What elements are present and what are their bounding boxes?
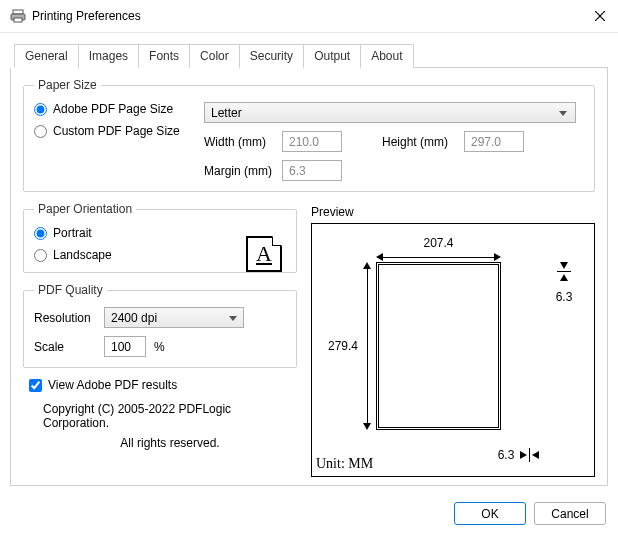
orientation-icon: A [246,236,282,272]
copyright-line2: All rights reserved. [43,436,297,450]
scale-field[interactable]: 100 [104,336,146,357]
preview-margin-bottom: 6.3 [476,444,566,466]
preview-page [376,262,501,430]
tab-pane-general: Paper Size Adobe PDF Page Size Custom PD… [10,68,608,486]
tab-bar: General Images Fonts Color Security Outp… [14,43,608,68]
dialog-buttons: OK Cancel [0,492,618,537]
margin-field[interactable]: 6.3 [282,160,342,181]
svg-rect-0 [13,10,23,14]
paper-size-legend: Paper Size [34,78,101,92]
height-label: Height (mm) [382,135,464,149]
radio-adobe-input[interactable] [34,103,47,116]
margin-label: Margin (mm) [204,164,282,178]
preview-width-dim: 207.4 [376,240,501,258]
preview-margin-right: 6.3 [544,262,584,317]
tab-color[interactable]: Color [189,44,240,68]
radio-custom-label: Custom PDF Page Size [53,124,180,138]
preview-height-dim: 279.4 [340,262,372,430]
tab-general[interactable]: General [14,44,79,68]
printer-icon [10,8,26,24]
preview-box: 207.4 279.4 6.3 6.3 [311,223,595,477]
preview-label: Preview [311,205,595,219]
view-results-checkbox[interactable]: View Adobe PDF results [29,378,297,392]
tab-output[interactable]: Output [303,44,361,68]
cancel-button[interactable]: Cancel [534,502,606,525]
resolution-label: Resolution [34,311,104,325]
quality-group: PDF Quality Resolution 2400 dpi Scale 10… [23,283,297,368]
paper-size-group: Paper Size Adobe PDF Page Size Custom PD… [23,78,595,192]
scale-label: Scale [34,340,104,354]
radio-adobe-page-size[interactable]: Adobe PDF Page Size [34,102,204,116]
height-field[interactable]: 297.0 [464,131,524,152]
tab-security[interactable]: Security [239,44,304,68]
view-results-input[interactable] [29,379,42,392]
resolution-value: 2400 dpi [111,311,157,325]
resolution-select[interactable]: 2400 dpi [104,307,244,328]
window-title: Printing Preferences [32,9,592,23]
close-icon[interactable] [592,8,608,24]
orientation-legend: Paper Orientation [34,202,136,216]
radio-landscape-input[interactable] [34,249,47,262]
svg-rect-2 [14,18,22,22]
radio-custom-input[interactable] [34,125,47,138]
paper-preset-value: Letter [211,106,242,120]
copyright: Copyright (C) 2005-2022 PDFLogic Corpora… [43,402,297,450]
radio-portrait-label: Portrait [53,226,92,240]
preview-unit: Unit: MM [316,456,373,472]
paper-preset-select[interactable]: Letter [204,102,576,123]
titlebar: Printing Preferences [0,0,618,33]
radio-custom-page-size[interactable]: Custom PDF Page Size [34,124,204,138]
orientation-group: Paper Orientation Portrait Landscape A [23,202,297,273]
tab-images[interactable]: Images [78,44,139,68]
width-field[interactable]: 210.0 [282,131,342,152]
radio-landscape-label: Landscape [53,248,112,262]
radio-adobe-label: Adobe PDF Page Size [53,102,173,116]
quality-legend: PDF Quality [34,283,107,297]
tab-fonts[interactable]: Fonts [138,44,190,68]
tab-about[interactable]: About [360,44,413,68]
radio-portrait-input[interactable] [34,227,47,240]
copyright-line1: Copyright (C) 2005-2022 PDFLogic Corpora… [43,402,297,430]
ok-button[interactable]: OK [454,502,526,525]
width-label: Width (mm) [204,135,282,149]
view-results-label: View Adobe PDF results [48,378,177,392]
scale-unit: % [154,340,165,354]
